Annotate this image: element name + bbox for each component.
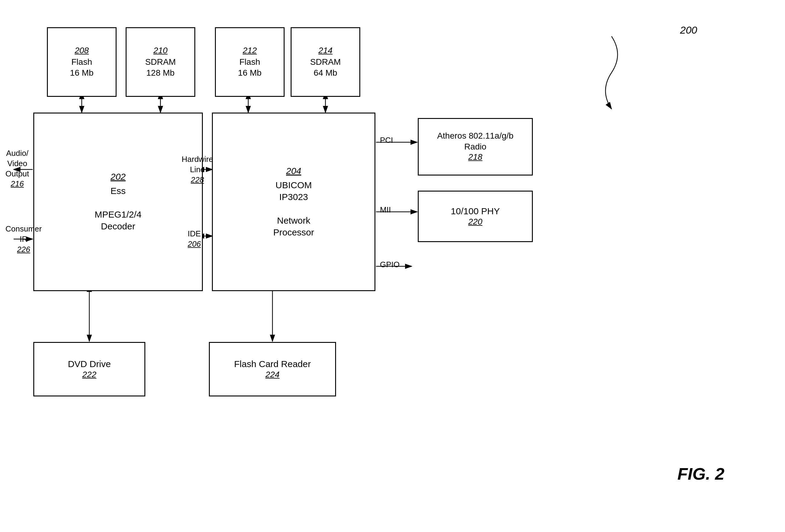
sdram-214-label: SDRAM64 Mb [310, 57, 340, 79]
ide-number: 206 [188, 239, 201, 248]
ess-202-box: 202 EssMPEG1/2/4Decoder [33, 112, 203, 291]
mii-label: MII [380, 205, 391, 215]
atheros-218-label: Atheros 802.11a/g/bRadio [437, 130, 513, 153]
sdram-210-box: 210 SDRAM128 Mb [126, 27, 195, 97]
phy-220-box: 10/100 PHY 220 [418, 191, 533, 242]
ess-202-number: 202 [110, 171, 126, 182]
fig-label: FIG. 2 [677, 464, 725, 484]
diagram: 208 Flash16 Mb 210 SDRAM128 Mb 212 Flash… [0, 0, 785, 532]
ubicom-204-box: 204 UBICOMIP3023NetworkProcessor [212, 112, 375, 291]
dvd-222-box: DVD Drive 222 [33, 342, 145, 396]
flash-212-number: 212 [243, 46, 257, 55]
pci-label: PCI [380, 135, 393, 145]
audio-video-text: Audio/VideoOutput [5, 149, 29, 178]
flash-208-label: Flash16 Mb [70, 57, 94, 79]
sdram-210-number: 210 [153, 46, 168, 55]
dvd-222-label: DVD Drive [68, 358, 111, 370]
flash-reader-224-box: Flash Card Reader 224 [209, 342, 336, 396]
hardwire-line-text: HardwireLine [182, 155, 213, 174]
gpio-text: GPIO [380, 260, 400, 269]
phy-220-label: 10/100 PHY [451, 205, 500, 217]
sdram-214-box: 214 SDRAM64 Mb [290, 27, 360, 97]
ide-label: IDE 206 [188, 229, 201, 249]
sdram-210-label: SDRAM128 Mb [145, 57, 176, 79]
audio-video-label: Audio/VideoOutput 216 [5, 148, 29, 189]
flash-208-box: 208 Flash16 Mb [47, 27, 117, 97]
hardwire-line-number: 228 [191, 175, 204, 184]
dvd-222-number: 222 [82, 370, 97, 379]
flash-212-label: Flash16 Mb [238, 57, 261, 79]
consumer-ir-number: 226 [17, 245, 30, 254]
consumer-ir-label: ConsumerIR 226 [5, 224, 42, 255]
ess-202-label: EssMPEG1/2/4Decoder [95, 185, 142, 232]
pci-text: PCI [380, 136, 393, 145]
mii-text: MII [380, 205, 391, 214]
sdram-214-number: 214 [319, 46, 333, 55]
hardwire-line-label: HardwireLine 228 [182, 154, 213, 185]
ubicom-204-label: UBICOMIP3023NetworkProcessor [273, 179, 314, 238]
ref-number-200: 200 [680, 24, 697, 36]
flash-212-box: 212 Flash16 Mb [215, 27, 284, 97]
phy-220-number: 220 [469, 217, 483, 227]
gpio-label: GPIO [380, 260, 400, 270]
audio-video-number: 216 [10, 179, 24, 188]
ide-text: IDE [188, 229, 201, 238]
ubicom-204-number: 204 [286, 166, 301, 176]
consumer-ir-text: ConsumerIR [5, 224, 42, 244]
flash-reader-224-number: 224 [265, 370, 280, 379]
flash-208-number: 208 [75, 46, 89, 55]
atheros-218-box: Atheros 802.11a/g/bRadio 218 [418, 118, 533, 176]
atheros-218-number: 218 [469, 152, 483, 162]
flash-reader-224-label: Flash Card Reader [234, 358, 311, 370]
